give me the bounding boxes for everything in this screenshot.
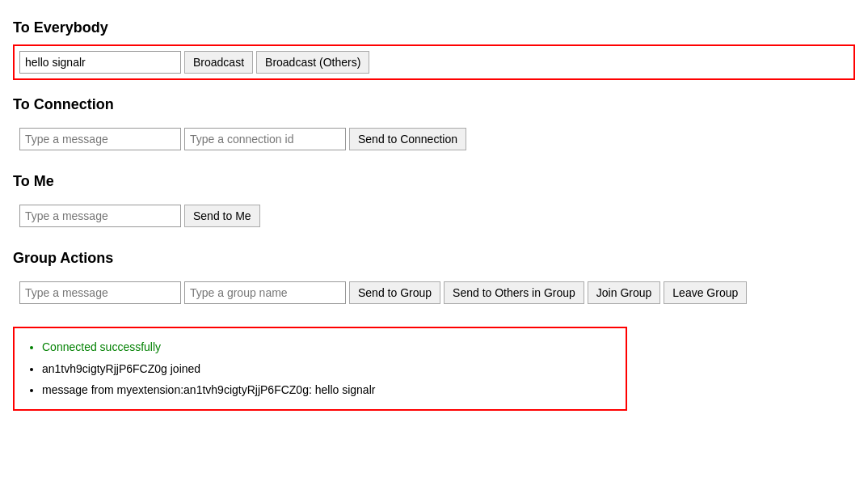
log-item: Connected successfully: [42, 336, 614, 358]
group-name-input[interactable]: [184, 281, 346, 304]
group-input-row: Send to Group Send to Others in Group Jo…: [13, 275, 855, 310]
everybody-section: To Everybody Broadcast Broadcast (Others…: [13, 19, 855, 80]
join-group-button[interactable]: Join Group: [588, 281, 660, 304]
tome-input-row: Send to Me: [13, 198, 855, 234]
send-to-me-button[interactable]: Send to Me: [184, 205, 260, 227]
log-item: message from myextension:an1tvh9cigtyRjj…: [42, 379, 614, 401]
connection-section: To Connection Send to Connection: [13, 96, 855, 157]
connection-message-input[interactable]: [19, 128, 181, 150]
group-message-input[interactable]: [19, 281, 181, 304]
everybody-title: To Everybody: [13, 19, 855, 36]
tome-section: To Me Send to Me: [13, 173, 855, 234]
connection-input-row: Send to Connection: [13, 121, 855, 157]
connection-title: To Connection: [13, 96, 855, 113]
leave-group-button[interactable]: Leave Group: [664, 281, 747, 304]
everybody-input-row: Broadcast Broadcast (Others): [13, 44, 855, 80]
connection-id-input[interactable]: [184, 128, 346, 150]
log-item: an1tvh9cigtyRjjP6FCZ0g joined: [42, 358, 614, 380]
send-to-connection-button[interactable]: Send to Connection: [349, 128, 466, 150]
send-to-others-group-button[interactable]: Send to Others in Group: [444, 281, 584, 304]
send-to-group-button[interactable]: Send to Group: [349, 281, 440, 304]
log-box: Connected successfullyan1tvh9cigtyRjjP6F…: [13, 327, 627, 411]
tome-title: To Me: [13, 173, 855, 190]
group-title: Group Actions: [13, 250, 855, 267]
group-section: Group Actions Send to Group Send to Othe…: [13, 250, 855, 310]
everybody-message-input[interactable]: [19, 51, 181, 74]
tome-message-input[interactable]: [19, 205, 181, 227]
broadcast-others-button[interactable]: Broadcast (Others): [256, 51, 369, 74]
broadcast-button[interactable]: Broadcast: [184, 51, 253, 74]
log-list: Connected successfullyan1tvh9cigtyRjjP6F…: [26, 336, 614, 401]
